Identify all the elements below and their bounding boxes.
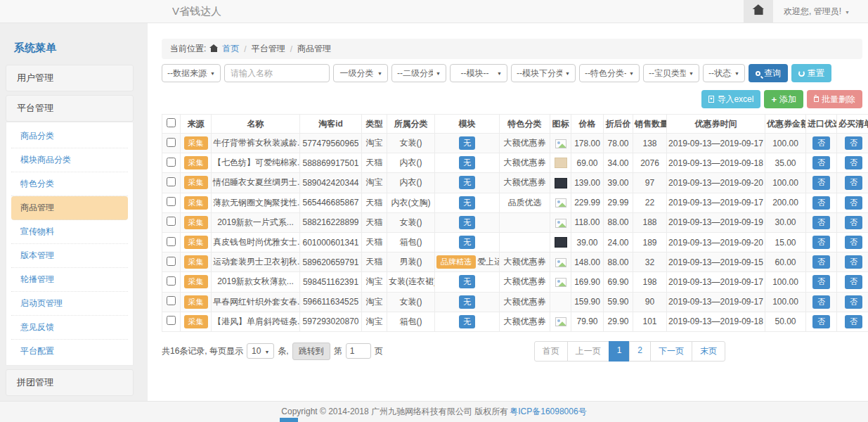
- pager-button[interactable]: 上一页: [567, 341, 609, 362]
- must-buy-toggle[interactable]: 否: [845, 295, 862, 309]
- sidebar-group[interactable]: 平台管理: [6, 95, 134, 122]
- must-buy-toggle[interactable]: 否: [845, 176, 862, 189]
- plus-icon: +: [771, 95, 777, 104]
- row-checkbox[interactable]: [167, 257, 176, 266]
- col-header: 优惠券金额: [765, 115, 806, 134]
- product-category: 内衣(文胸): [387, 193, 435, 212]
- row-checkbox[interactable]: [167, 217, 176, 226]
- must-buy-toggle[interactable]: 否: [845, 275, 862, 288]
- must-buy-toggle[interactable]: 否: [845, 315, 862, 328]
- home-button[interactable]: [744, 0, 773, 23]
- header-right: 欢迎您, 管理员!: [744, 0, 868, 23]
- must-buy-toggle[interactable]: 否: [845, 236, 862, 249]
- filter-select[interactable]: --模块下分类--: [511, 64, 576, 82]
- import-optimal-toggle[interactable]: 否: [812, 295, 830, 309]
- name-search-input[interactable]: [224, 64, 330, 82]
- filter-bar: --数据来源--一级分类--二级分类----模块----模块下分类----特色分…: [162, 64, 862, 82]
- batch-delete-button[interactable]: 批量删除: [807, 90, 862, 108]
- breadcrumb: 当前位置: 首页 平台管理 商品管理: [162, 39, 862, 59]
- import-optimal-toggle[interactable]: 否: [812, 275, 830, 288]
- filter-select[interactable]: --模块--: [450, 64, 507, 82]
- product-name: 【港风】单肩斜跨链条...: [212, 312, 300, 331]
- import-optimal-toggle[interactable]: 否: [812, 255, 830, 269]
- source-badge: 采集: [184, 236, 208, 249]
- sidebar-item[interactable]: 意见反馈: [11, 316, 128, 340]
- must-buy-toggle[interactable]: 否: [845, 196, 862, 210]
- sidebar-group[interactable]: 用户管理: [6, 65, 134, 91]
- user-menu[interactable]: 欢迎您, 管理员!: [784, 6, 850, 18]
- jump-button[interactable]: 跳转到: [292, 343, 330, 360]
- row-checkbox[interactable]: [167, 276, 176, 286]
- import-optimal-toggle[interactable]: 否: [812, 176, 830, 189]
- search-button[interactable]: 查询: [749, 64, 788, 82]
- select-all-checkbox[interactable]: [167, 118, 176, 127]
- coupon-amount: 100.00: [765, 272, 806, 292]
- pager-current-page[interactable]: 1: [609, 341, 630, 362]
- product-name: 2019新款一片式系...: [212, 212, 300, 232]
- reset-button[interactable]: 重置: [791, 64, 831, 82]
- sales-count: 198: [633, 272, 667, 292]
- import-optimal-toggle[interactable]: 否: [812, 315, 830, 328]
- row-checkbox[interactable]: [167, 158, 176, 167]
- pager-button[interactable]: 2: [629, 341, 651, 362]
- page-body: 系统菜单 用户管理平台管理商品分类模块商品分类特色分类商品管理宣传物料版本管理轮…: [0, 23, 868, 401]
- import-optimal-toggle[interactable]: 否: [812, 236, 830, 249]
- page-number-input[interactable]: [346, 343, 371, 359]
- icp-link[interactable]: 粤ICP备16098006号: [510, 406, 586, 418]
- pager-button[interactable]: 下一页: [650, 341, 692, 362]
- row-checkbox[interactable]: [167, 316, 176, 325]
- import-optimal-toggle[interactable]: 否: [812, 156, 830, 170]
- col-header: 折后价: [604, 115, 633, 134]
- filter-select[interactable]: --数据来源--: [162, 64, 221, 82]
- product-name: 早春网红针织外套女春...: [212, 292, 300, 312]
- import-excel-button[interactable]: 导入excel: [701, 90, 760, 108]
- sidebar-item[interactable]: 宣传物料: [11, 220, 128, 244]
- sidebar-item[interactable]: 轮播管理: [11, 268, 128, 292]
- breadcrumb-home-link[interactable]: 首页: [222, 43, 239, 55]
- filter-select[interactable]: --特色分类--: [579, 64, 640, 82]
- sidebar-item[interactable]: 模块商品分类: [11, 148, 128, 172]
- sidebar-item[interactable]: 特色分类: [11, 172, 128, 196]
- add-button[interactable]: + 添加: [764, 90, 803, 108]
- breadcrumb-separator: [289, 44, 294, 54]
- module-badge: 无: [459, 136, 475, 150]
- sidebar-item[interactable]: 商品分类: [11, 124, 128, 148]
- sidebar-item[interactable]: 版本管理: [11, 244, 128, 268]
- import-optimal-toggle[interactable]: 否: [812, 216, 830, 229]
- import-optimal-toggle[interactable]: 否: [812, 196, 830, 210]
- row-checkbox[interactable]: [167, 296, 176, 305]
- row-checkbox[interactable]: [167, 237, 176, 246]
- pager-button[interactable]: 末页: [692, 341, 725, 362]
- row-checkbox[interactable]: [167, 138, 176, 147]
- taoke-id: 598451162391: [300, 272, 362, 292]
- sidebar-group[interactable]: 拼团管理: [6, 369, 134, 396]
- must-buy-toggle[interactable]: 否: [845, 156, 862, 170]
- sidebar-title: 系统菜单: [6, 39, 134, 65]
- price: 178.00: [571, 134, 604, 153]
- filter-select[interactable]: --状态--: [703, 64, 745, 82]
- product-category: 箱包(): [387, 232, 435, 252]
- pager-button[interactable]: 首页: [534, 341, 568, 362]
- row-checkbox[interactable]: [167, 197, 176, 206]
- filter-select[interactable]: 一级分类: [333, 64, 388, 82]
- col-header: 优惠券时间: [667, 115, 765, 134]
- per-page-select[interactable]: 10: [247, 343, 274, 359]
- sidebar-item[interactable]: 启动页管理: [11, 292, 128, 316]
- import-optimal-toggle[interactable]: 否: [812, 136, 830, 150]
- product-category: 内衣(): [387, 153, 435, 173]
- must-buy-toggle[interactable]: 否: [845, 216, 862, 229]
- taoke-id: 589042420344: [300, 173, 362, 193]
- filter-select[interactable]: --宝贝类型--: [643, 64, 699, 82]
- filter-select[interactable]: --二级分类--: [391, 64, 446, 82]
- row-checkbox[interactable]: [167, 177, 176, 186]
- sidebar-item[interactable]: 平台配置: [11, 340, 128, 363]
- product-thumbnail: [555, 158, 567, 168]
- table-body: 采集牛仔背带裤女秋装减龄...577479560965淘宝女装()无大额优惠券1…: [162, 134, 868, 332]
- must-buy-toggle[interactable]: 否: [845, 255, 862, 269]
- home-icon: [211, 48, 217, 52]
- copyright-text: Copyright © 2014-2018 广州九驰网络科技有限公司 版权所有: [281, 406, 508, 418]
- coupon-time: 2019-09-13—2019-09-17: [667, 292, 765, 312]
- must-buy-toggle[interactable]: 否: [845, 136, 862, 150]
- coupon-amount: 200.00: [765, 193, 806, 212]
- sidebar-item[interactable]: 商品管理: [11, 196, 128, 220]
